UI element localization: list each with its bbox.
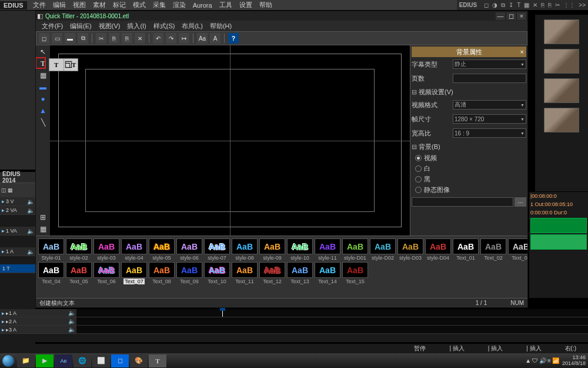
style-preset[interactable]: AaBText_10 bbox=[204, 262, 230, 284]
delete-icon[interactable]: ✕ bbox=[135, 33, 145, 44]
style-preset[interactable]: AaBstyle-07 bbox=[204, 238, 230, 261]
titler-menu-view[interactable]: 视图(V) bbox=[95, 22, 124, 31]
undo-icon[interactable]: ↶ bbox=[153, 33, 163, 44]
track-label[interactable]: ▸1 A bbox=[6, 310, 16, 316]
tool-icon[interactable]: ◑ bbox=[492, 2, 497, 8]
timeline-clip[interactable] bbox=[530, 218, 587, 233]
style-preset[interactable]: AaBText_13 bbox=[287, 262, 313, 284]
help-icon[interactable]: ? bbox=[228, 33, 239, 44]
video-section[interactable]: 视频设置(V) bbox=[412, 88, 526, 97]
font2-icon[interactable]: A bbox=[210, 33, 220, 44]
image-path-input[interactable] bbox=[412, 197, 513, 207]
style-preset[interactable]: AaBText_08 bbox=[149, 262, 175, 284]
cut-icon[interactable]: ✂ bbox=[96, 33, 106, 44]
titler-canvas[interactable] bbox=[50, 45, 410, 236]
style-preset[interactable]: AaBStyle-01 bbox=[38, 238, 64, 261]
taskbar-item[interactable]: ◻ bbox=[111, 354, 129, 367]
style-preset[interactable]: AaBstyle-D03 bbox=[397, 238, 423, 261]
menu-view[interactable]: 视图 bbox=[69, 0, 89, 10]
titler-menu-file[interactable]: 文件(F) bbox=[38, 22, 66, 31]
horizontal-text-icon[interactable]: T bbox=[49, 59, 64, 71]
clip-thumbnail[interactable] bbox=[544, 108, 579, 132]
speaker-icon[interactable]: 🔈 bbox=[26, 228, 35, 234]
clip-thumbnail[interactable] bbox=[544, 49, 579, 74]
titler-menu-style[interactable]: 样式(S) bbox=[150, 22, 179, 31]
open-icon[interactable]: ▭ bbox=[52, 33, 62, 44]
style-preset[interactable]: AaBstyle-D02 bbox=[370, 238, 396, 261]
timeline-lane[interactable] bbox=[76, 309, 588, 317]
format-select[interactable]: 高清 bbox=[453, 100, 526, 110]
taskbar-item[interactable]: 🌐 bbox=[74, 354, 91, 367]
start-button[interactable] bbox=[0, 354, 16, 367]
tool-icon[interactable]: ◻ bbox=[484, 2, 489, 8]
titler-menu-edit[interactable]: 编辑(E) bbox=[66, 22, 95, 31]
menu-render[interactable]: 渲染 bbox=[169, 0, 189, 10]
style-preset[interactable]: AaBstyle-D04 bbox=[425, 238, 451, 261]
taskbar-item[interactable]: ⬜ bbox=[92, 354, 110, 367]
paste-icon[interactable]: ⎘ bbox=[122, 33, 132, 44]
tool-icon[interactable]: ▦ bbox=[524, 2, 529, 8]
toolbar-icon[interactable]: ▦ bbox=[8, 187, 13, 193]
style-preset[interactable]: AaBstyle-02 bbox=[66, 238, 92, 261]
vertical-text-icon[interactable]: ⿹T bbox=[64, 59, 78, 71]
speaker-icon[interactable]: 🔈 bbox=[67, 318, 76, 324]
menu-clip[interactable]: 素材 bbox=[89, 0, 109, 10]
saveas-icon[interactable]: ⧉ bbox=[78, 33, 88, 44]
track-label[interactable]: 2 VA bbox=[6, 207, 17, 213]
speaker-icon[interactable]: 🔈 bbox=[67, 310, 76, 316]
playhead[interactable] bbox=[222, 309, 223, 317]
style-preset[interactable]: AaBText_09 bbox=[176, 262, 202, 284]
menu-capture[interactable]: 采集 bbox=[149, 0, 169, 10]
clock[interactable]: 13:46 2014/8/18 bbox=[562, 355, 586, 367]
tool-icon[interactable]: ⎘ bbox=[541, 2, 544, 8]
menu-mode[interactable]: 模式 bbox=[129, 0, 149, 10]
forward-icon[interactable]: ↦ bbox=[179, 33, 189, 44]
subtitle-type-select[interactable]: 静止 bbox=[453, 59, 526, 69]
style-preset[interactable]: AaBstyle-03 bbox=[93, 238, 119, 261]
style-preset[interactable]: AaBText_06 bbox=[93, 262, 119, 284]
image-tool-icon[interactable]: ▦ bbox=[38, 70, 48, 81]
grid2-icon[interactable]: ▦ bbox=[38, 224, 48, 234]
style-preset[interactable]: AaBText_14 bbox=[315, 262, 340, 284]
browse-button[interactable]: ... bbox=[514, 197, 526, 207]
tray-icons[interactable]: ▲🛡🔊≡📶 bbox=[524, 357, 560, 364]
titler-menu-help[interactable]: 帮助(H) bbox=[206, 22, 235, 31]
pages-input[interactable] bbox=[453, 74, 526, 83]
tool-icon[interactable]: T bbox=[517, 2, 520, 8]
style-preset[interactable]: AaBstyle-04 bbox=[121, 238, 147, 261]
minimize-icon[interactable]: — bbox=[496, 12, 505, 20]
grid-icon[interactable]: ⊞ bbox=[38, 212, 48, 223]
style-preset[interactable]: AaBText_12 bbox=[259, 262, 285, 284]
redo-icon[interactable]: ↷ bbox=[166, 33, 176, 44]
timeline-lane[interactable] bbox=[76, 326, 588, 333]
style-preset[interactable]: AaBText_03 bbox=[508, 238, 527, 261]
aspect-select[interactable]: 16 : 9 bbox=[453, 128, 526, 138]
speaker-icon[interactable]: 🔈 bbox=[67, 326, 76, 333]
toolbar-icon[interactable]: ◫ bbox=[1, 187, 6, 193]
menu-aurora[interactable]: Aurora bbox=[189, 1, 216, 9]
tool-icon[interactable]: ✂ bbox=[555, 2, 560, 8]
track-label[interactable]: ▸3 A bbox=[6, 327, 16, 333]
new-icon[interactable]: ◻ bbox=[39, 33, 49, 44]
track-label[interactable]: ▸2 A bbox=[6, 319, 16, 324]
track-label[interactable]: 1 A bbox=[6, 248, 14, 254]
style-preset[interactable]: AaBText_02 bbox=[480, 238, 506, 261]
line-tool-icon[interactable]: ╲ bbox=[38, 117, 48, 128]
bg-black-radio[interactable]: 黑 bbox=[412, 174, 526, 184]
tool-icon[interactable]: ⧉ bbox=[501, 2, 505, 9]
taskbar-item[interactable]: Ae bbox=[55, 354, 72, 367]
style-preset[interactable]: AaBstyle-10 bbox=[287, 238, 313, 261]
taskbar-item-edius[interactable]: ▶ bbox=[36, 354, 54, 367]
taskbar-item[interactable]: 🎨 bbox=[130, 354, 148, 367]
frame-select[interactable]: 1280 × 720 bbox=[453, 114, 526, 124]
close-icon[interactable]: × bbox=[517, 12, 526, 20]
bg-section[interactable]: 背景(B) bbox=[412, 142, 526, 151]
tool-icon[interactable]: ✕ bbox=[533, 2, 537, 8]
timeline-clip[interactable] bbox=[530, 234, 587, 250]
menu-marker[interactable]: 标记 bbox=[109, 0, 129, 10]
bg-video-radio[interactable]: 视频 bbox=[412, 152, 526, 163]
style-preset[interactable]: AaBText_05 bbox=[66, 262, 92, 284]
track-label[interactable]: 1 VA bbox=[6, 228, 17, 234]
titler-titlebar[interactable]: ◧ Quick Titler - 20140818-0001.etl — ◻ × bbox=[36, 11, 527, 21]
style-preset[interactable]: AaBstyle-09 bbox=[259, 238, 285, 261]
